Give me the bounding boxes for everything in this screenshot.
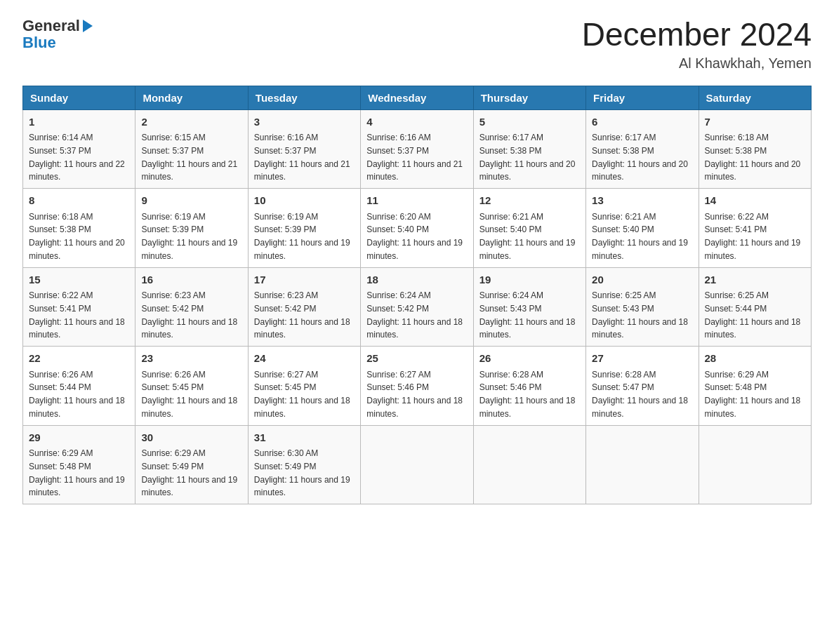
col-wednesday: Wednesday	[361, 86, 473, 109]
page-title: December 2024	[582, 17, 812, 53]
table-row: 7 Sunrise: 6:18 AMSunset: 5:38 PMDayligh…	[699, 109, 811, 189]
table-row: 22 Sunrise: 6:26 AMSunset: 5:44 PMDaylig…	[23, 347, 135, 426]
day-number: 13	[592, 193, 692, 209]
day-number: 26	[479, 351, 580, 367]
day-info: Sunrise: 6:24 AMSunset: 5:43 PMDaylight:…	[479, 290, 576, 340]
day-number: 10	[254, 193, 355, 209]
day-number: 28	[705, 351, 805, 367]
day-info: Sunrise: 6:23 AMSunset: 5:42 PMDaylight:…	[254, 290, 350, 340]
table-row	[361, 425, 473, 504]
day-number: 22	[29, 351, 129, 367]
calendar-week-row: 29 Sunrise: 6:29 AMSunset: 5:48 PMDaylig…	[23, 425, 812, 504]
day-info: Sunrise: 6:19 AMSunset: 5:39 PMDaylight:…	[254, 212, 350, 261]
day-info: Sunrise: 6:19 AMSunset: 5:39 PMDaylight:…	[141, 212, 237, 261]
table-row: 8 Sunrise: 6:18 AMSunset: 5:38 PMDayligh…	[23, 189, 135, 268]
table-row: 26 Sunrise: 6:28 AMSunset: 5:46 PMDaylig…	[473, 347, 585, 426]
table-row: 19 Sunrise: 6:24 AMSunset: 5:43 PMDaylig…	[473, 267, 585, 347]
day-info: Sunrise: 6:28 AMSunset: 5:46 PMDaylight:…	[479, 370, 576, 419]
col-friday: Friday	[586, 86, 699, 109]
calendar-week-row: 8 Sunrise: 6:18 AMSunset: 5:38 PMDayligh…	[23, 189, 812, 268]
table-row: 27 Sunrise: 6:28 AMSunset: 5:47 PMDaylig…	[586, 347, 699, 426]
day-info: Sunrise: 6:22 AMSunset: 5:41 PMDaylight:…	[705, 212, 801, 261]
table-row: 13 Sunrise: 6:21 AMSunset: 5:40 PMDaylig…	[586, 189, 699, 268]
day-info: Sunrise: 6:21 AMSunset: 5:40 PMDaylight:…	[479, 212, 576, 261]
table-row: 2 Sunrise: 6:15 AMSunset: 5:37 PMDayligh…	[135, 109, 248, 189]
table-row: 6 Sunrise: 6:17 AMSunset: 5:38 PMDayligh…	[586, 109, 699, 189]
day-info: Sunrise: 6:23 AMSunset: 5:42 PMDaylight:…	[141, 290, 237, 340]
table-row: 24 Sunrise: 6:27 AMSunset: 5:45 PMDaylig…	[248, 347, 360, 426]
day-info: Sunrise: 6:27 AMSunset: 5:45 PMDaylight:…	[254, 370, 350, 419]
logo: General Blue	[22, 17, 93, 52]
day-number: 23	[141, 351, 241, 367]
col-monday: Monday	[135, 86, 248, 109]
table-row	[473, 425, 585, 504]
calendar-week-row: 22 Sunrise: 6:26 AMSunset: 5:44 PMDaylig…	[23, 347, 812, 426]
table-row: 25 Sunrise: 6:27 AMSunset: 5:46 PMDaylig…	[361, 347, 473, 426]
day-info: Sunrise: 6:29 AMSunset: 5:48 PMDaylight:…	[29, 448, 125, 497]
day-number: 2	[141, 114, 241, 130]
day-number: 5	[479, 114, 580, 130]
day-info: Sunrise: 6:17 AMSunset: 5:38 PMDaylight:…	[592, 133, 688, 182]
day-info: Sunrise: 6:18 AMSunset: 5:38 PMDaylight:…	[705, 133, 801, 182]
table-row	[699, 425, 811, 504]
day-info: Sunrise: 6:24 AMSunset: 5:42 PMDaylight:…	[366, 290, 463, 340]
day-info: Sunrise: 6:16 AMSunset: 5:37 PMDaylight:…	[254, 133, 350, 182]
day-number: 4	[366, 114, 467, 130]
table-row: 12 Sunrise: 6:21 AMSunset: 5:40 PMDaylig…	[473, 189, 585, 268]
table-row: 30 Sunrise: 6:29 AMSunset: 5:49 PMDaylig…	[135, 425, 248, 504]
day-info: Sunrise: 6:20 AMSunset: 5:40 PMDaylight:…	[366, 212, 463, 261]
col-sunday: Sunday	[23, 86, 135, 109]
col-thursday: Thursday	[473, 86, 585, 109]
day-info: Sunrise: 6:18 AMSunset: 5:38 PMDaylight:…	[29, 212, 125, 261]
col-tuesday: Tuesday	[248, 86, 360, 109]
table-row: 4 Sunrise: 6:16 AMSunset: 5:37 PMDayligh…	[361, 109, 473, 189]
day-number: 29	[29, 430, 129, 446]
logo-blue-text: Blue	[22, 34, 56, 51]
day-number: 21	[705, 272, 805, 288]
calendar-week-row: 1 Sunrise: 6:14 AMSunset: 5:37 PMDayligh…	[23, 109, 812, 189]
day-number: 8	[29, 193, 129, 209]
col-saturday: Saturday	[699, 86, 811, 109]
day-info: Sunrise: 6:30 AMSunset: 5:49 PMDaylight:…	[254, 448, 350, 497]
day-number: 31	[254, 430, 355, 446]
calendar-week-row: 15 Sunrise: 6:22 AMSunset: 5:41 PMDaylig…	[23, 267, 812, 347]
day-number: 20	[592, 272, 692, 288]
day-number: 6	[592, 114, 692, 130]
table-row: 23 Sunrise: 6:26 AMSunset: 5:45 PMDaylig…	[135, 347, 248, 426]
day-info: Sunrise: 6:25 AMSunset: 5:44 PMDaylight:…	[705, 290, 801, 340]
table-row: 20 Sunrise: 6:25 AMSunset: 5:43 PMDaylig…	[586, 267, 699, 347]
table-row: 28 Sunrise: 6:29 AMSunset: 5:48 PMDaylig…	[699, 347, 811, 426]
logo-general-text: General	[22, 17, 80, 35]
day-info: Sunrise: 6:22 AMSunset: 5:41 PMDaylight:…	[29, 290, 125, 340]
table-row: 3 Sunrise: 6:16 AMSunset: 5:37 PMDayligh…	[248, 109, 360, 189]
table-row: 14 Sunrise: 6:22 AMSunset: 5:41 PMDaylig…	[699, 189, 811, 268]
table-row: 18 Sunrise: 6:24 AMSunset: 5:42 PMDaylig…	[361, 267, 473, 347]
table-row: 16 Sunrise: 6:23 AMSunset: 5:42 PMDaylig…	[135, 267, 248, 347]
day-number: 1	[29, 114, 129, 130]
table-row: 11 Sunrise: 6:20 AMSunset: 5:40 PMDaylig…	[361, 189, 473, 268]
day-info: Sunrise: 6:14 AMSunset: 5:37 PMDaylight:…	[29, 133, 125, 182]
day-number: 3	[254, 114, 355, 130]
day-number: 24	[254, 351, 355, 367]
day-number: 25	[366, 351, 467, 367]
table-row: 21 Sunrise: 6:25 AMSunset: 5:44 PMDaylig…	[699, 267, 811, 347]
title-block: December 2024 Al Khawkhah, Yemen	[582, 17, 812, 72]
day-info: Sunrise: 6:27 AMSunset: 5:46 PMDaylight:…	[366, 370, 463, 419]
day-info: Sunrise: 6:17 AMSunset: 5:38 PMDaylight:…	[479, 133, 576, 182]
table-row: 5 Sunrise: 6:17 AMSunset: 5:38 PMDayligh…	[473, 109, 585, 189]
page-header: General Blue December 2024 Al Khawkhah, …	[22, 17, 812, 72]
logo-arrow-icon	[83, 20, 93, 32]
day-number: 9	[141, 193, 241, 209]
day-info: Sunrise: 6:16 AMSunset: 5:37 PMDaylight:…	[366, 133, 463, 182]
day-info: Sunrise: 6:26 AMSunset: 5:45 PMDaylight:…	[141, 370, 237, 419]
day-info: Sunrise: 6:28 AMSunset: 5:47 PMDaylight:…	[592, 370, 688, 419]
day-info: Sunrise: 6:29 AMSunset: 5:49 PMDaylight:…	[141, 448, 237, 497]
table-row: 17 Sunrise: 6:23 AMSunset: 5:42 PMDaylig…	[248, 267, 360, 347]
day-number: 16	[141, 272, 241, 288]
day-number: 18	[366, 272, 467, 288]
day-number: 12	[479, 193, 580, 209]
calendar-header-row: Sunday Monday Tuesday Wednesday Thursday…	[23, 86, 812, 109]
day-number: 30	[141, 430, 241, 446]
day-number: 11	[366, 193, 467, 209]
day-info: Sunrise: 6:25 AMSunset: 5:43 PMDaylight:…	[592, 290, 688, 340]
